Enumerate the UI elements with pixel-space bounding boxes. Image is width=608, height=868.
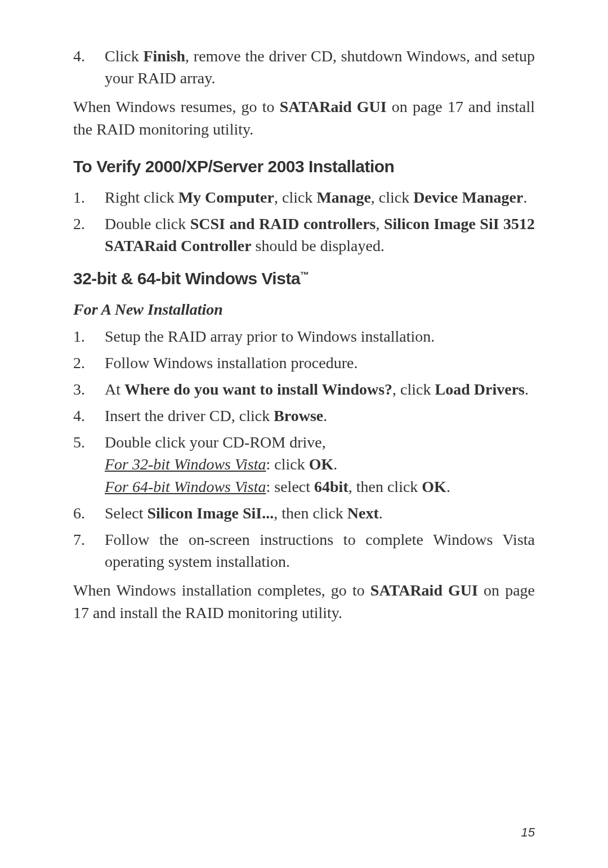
list-item-vista-3: 3. At Where do you want to install Windo… [73,378,535,400]
bold-text: Device Manager [413,189,523,206]
bold-text: Next [347,504,379,522]
bold-text: SCSI and RAID controllers [190,215,376,232]
list-number: 1. [73,186,105,208]
list-text: Follow the on-screen instructions to com… [105,529,535,572]
document-content: 4. Click Finish, remove the driver CD, s… [73,45,535,624]
text: . [523,189,527,206]
text: Insert the driver CD, click [105,407,274,424]
text: Select [105,504,147,522]
list-text: Select Silicon Image SiI..., then click … [105,502,535,524]
bold-text: SATARaid GUI [370,581,478,599]
list-number: 2. [73,213,105,257]
bold-text: Load Drivers [435,381,525,398]
text: . [525,381,529,398]
list-item-vista-2: 2. Follow Windows installation procedure… [73,352,535,374]
list-number: 4. [73,405,105,427]
text: should be displayed. [252,237,385,254]
list-number: 4. [73,45,105,89]
bold-text: Browse [274,407,323,424]
text: , click [371,189,413,206]
text-line: Double click your CD-ROM drive, [105,431,535,453]
text: Right click [105,189,178,206]
text: , then click [274,504,347,522]
heading-text: 32-bit & 64-bit Windows Vista [73,269,300,288]
section-heading: 32-bit & 64-bit Windows Vista™ [73,267,535,290]
list-item-vista-6: 6. Select Silicon Image SiI..., then cli… [73,502,535,524]
bold-text: Finish [143,47,185,65]
text: . [333,455,337,473]
text: . [446,478,450,495]
bold-text: My Computer [178,189,274,206]
bold-text: 64bit [314,478,348,495]
list-item-verify-2: 2. Double click SCSI and RAID controller… [73,213,535,257]
subheading: For A New Installation [73,298,535,320]
page-number: 15 [521,825,535,840]
bold-text: Silicon Image SiI... [147,504,274,522]
list-text: Double click your CD-ROM drive, For 32-b… [105,431,535,498]
text: : click [266,455,309,473]
list-item-vista-5: 5. Double click your CD-ROM drive, For 3… [73,431,535,498]
list-text: Insert the driver CD, click Browse. [105,405,535,427]
text: . [379,504,383,522]
text: When Windows resumes, go to [73,98,280,115]
bold-text: Manage [316,189,370,206]
paragraph: When Windows resumes, go to SATARaid GUI… [73,96,535,140]
text: , click [274,189,316,206]
underline-italic-text: For 32-bit Windows Vista [105,455,266,473]
text: : select [266,478,315,495]
text: , [376,215,384,232]
list-text: Follow Windows installation procedure. [105,352,535,374]
list-number: 7. [73,529,105,572]
section-heading: To Verify 2000/XP/Server 2003 Installati… [73,155,535,178]
bold-text: OK [309,455,334,473]
list-number: 6. [73,502,105,524]
list-number: 5. [73,431,105,498]
bold-text: SATARaid GUI [280,98,387,115]
list-text: Click Finish, remove the driver CD, shut… [105,45,535,89]
list-item-vista-1: 1. Setup the RAID array prior to Windows… [73,325,535,347]
text-line: For 32-bit Windows Vista: click OK. [105,453,535,475]
text: , then click [348,478,422,495]
list-item-vista-4: 4. Insert the driver CD, click Browse. [73,405,535,427]
list-number: 3. [73,378,105,400]
text: When Windows installation completes, go … [73,581,370,599]
list-item-verify-1: 1. Right click My Computer, click Manage… [73,186,535,208]
list-text: Right click My Computer, click Manage, c… [105,186,535,208]
text: , click [392,381,435,398]
bold-text: OK [422,478,446,495]
text: At [105,381,124,398]
list-text: Double click SCSI and RAID controllers, … [105,213,535,257]
list-item-4: 4. Click Finish, remove the driver CD, s… [73,45,535,89]
text: Double click [105,215,190,232]
text: Click [105,47,143,65]
text-line: For 64-bit Windows Vista: select 64bit, … [105,476,535,498]
text: . [323,407,327,424]
list-number: 1. [73,325,105,347]
list-item-vista-7: 7. Follow the on-screen instructions to … [73,529,535,572]
underline-italic-text: For 64-bit Windows Vista [105,478,266,495]
bold-text: Where do you want to install Windows? [124,381,392,398]
paragraph: When Windows installation completes, go … [73,579,535,623]
list-text: Setup the RAID array prior to Windows in… [105,325,535,347]
list-number: 2. [73,352,105,374]
trademark-symbol: ™ [300,270,309,280]
list-text: At Where do you want to install Windows?… [105,378,535,400]
